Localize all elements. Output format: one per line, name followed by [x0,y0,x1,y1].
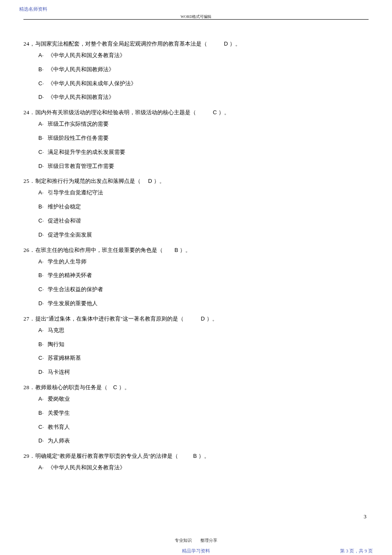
content-area: 24，与国家宪法相配套，对整个教育全局起宏观调控作用的教育基本法是（D）。 A·… [23,38,369,477]
question-block: 28．教师最核心的职责与任务是（C）。 A·爱岗敬业 B·关爱学生 C·教书育人… [23,382,369,445]
option-label: B· [38,202,48,211]
option-text: 《中华人民共和国义务教育法》 [48,464,125,471]
option-label: D· [38,231,48,240]
option-item: D·班级日常教育管理工作需要 [38,162,369,171]
option-item: D·为人师表 [38,436,369,445]
question-block: 27．提出"通过集体，在集体中进行教育"这一著名教育原则的是（D）。 A·马克思… [23,313,369,377]
question-tail: ）。 [180,247,191,253]
question-text: 教师最核心的职责与任务是（ [35,384,107,390]
question-stem: 29．明确规定"教师是履行教育教学职责的专业人员"的法律是（B）。 [23,451,369,462]
option-item: D·学生发展的重要他人 [38,299,369,308]
option-text: 苏霍姆林斯基 [48,355,81,361]
option-text: 爱岗敬业 [48,396,70,402]
option-label: C· [38,79,48,88]
question-number: 28． [23,382,35,393]
question-tail: ）。 [154,178,165,184]
question-text: 制定和推行行为规范的出发点和落脚点是（ [35,178,141,184]
option-item: A·学生的人生导师 [38,257,369,266]
option-item: C·促进社会和谐 [38,217,369,225]
option-label: C· [38,217,48,225]
option-text: 《中华人民共和国教育法》 [48,94,114,100]
option-label: D· [38,436,48,445]
option-item: C·满足和提升学生的成长发展需要 [38,148,369,157]
question-stem: 26．在班主任的地位和作用中，班主任最重要的角色是（B）。 [23,245,369,256]
footer-page-label: 第 3 页，共 9 页 [340,548,373,554]
question-stem: 25．制定和推行行为规范的出发点和落脚点是（D）。 [23,176,369,187]
options-list: A·《中华人民共和国义务教育法》 [23,463,369,472]
footer-line-2: 精品学习资料 [0,548,392,554]
option-text: 学生的人生导师 [48,258,86,265]
answer-letter: D [148,176,152,187]
option-label: D· [38,299,48,308]
option-item: C·《中华人民共和国未成年人保护法》 [38,79,369,88]
option-item: A·马克思 [38,326,369,335]
answer-letter: B [193,451,197,462]
question-number: 24， [23,38,35,49]
question-text: 明确规定"教师是履行教育教学职责的专业人员"的法律是（ [35,453,179,459]
option-item: D·马卡连柯 [38,368,369,377]
option-label: D· [38,368,48,377]
option-item: A·爱岗敬业 [38,395,369,404]
question-number: 25． [23,176,35,187]
option-label: B· [38,409,48,418]
options-list: A·引导学生自觉遵纪守法 B·维护社会稳定 C·促进社会和谐 D·促进学生全面发… [23,188,369,239]
option-item: C·学生合法权益的保护者 [38,285,369,294]
option-label: A· [38,51,48,60]
option-label: A· [38,395,48,404]
option-text: 学生合法权益的保护者 [48,286,103,292]
option-text: 维护社会稳定 [48,203,81,210]
option-text: 学生发展的重要他人 [48,300,98,306]
option-text: 陶行知 [48,341,64,347]
question-number: 27． [23,313,35,324]
option-item: C·苏霍姆林斯基 [38,354,369,363]
option-text: 引导学生自觉遵纪守法 [48,189,103,196]
option-label: D· [38,162,48,171]
question-tail: ）。 [207,315,218,322]
option-text: 班级日常教育管理工作需要 [48,163,114,169]
answer-letter: C [113,382,117,393]
option-text: 马卡连柯 [48,369,70,375]
option-text: 马克思 [48,327,64,333]
question-stem: 24．国内外有关班级活动的理论和经验表明，班级活动的核心主题是（C）。 [23,107,369,118]
page-number: 3 [364,513,367,520]
options-list: A·学生的人生导师 B·学生的精神关怀者 C·学生合法权益的保护者 D·学生发展… [23,257,369,308]
option-item: B·陶行知 [38,340,369,349]
question-number: 24． [23,107,35,118]
option-item: A·引导学生自觉遵纪守法 [38,188,369,197]
option-label: C· [38,148,48,157]
question-tail: ）。 [230,40,241,47]
option-item: A·班级工作实际情况的需要 [38,120,369,129]
option-text: 关爱学生 [48,410,70,416]
question-text: 提出"通过集体，在集体中进行教育"这一著名教育原则的是（ [35,315,184,322]
option-text: 教书育人 [48,424,70,430]
answer-letter: D [201,313,205,324]
option-label: B· [38,134,48,143]
option-label: C· [38,354,48,363]
question-number: 29． [23,451,35,462]
question-block: 24．国内外有关班级活动的理论和经验表明，班级活动的核心主题是（C）。 A·班级… [23,107,369,171]
question-stem: 28．教师最核心的职责与任务是（C）。 [23,382,369,393]
option-label: A· [38,120,48,129]
options-list: A·马克思 B·陶行知 C·苏霍姆林斯基 D·马卡连柯 [23,326,369,377]
answer-letter: B [175,245,179,256]
option-label: A· [38,188,48,197]
option-item: A·《中华人民共和国义务教育法》 [38,463,369,472]
question-block: 29．明确规定"教师是履行教育教学职责的专业人员"的法律是（B）。 A·《中华人… [23,451,369,472]
option-text: 《中华人民共和国义务教育法》 [48,52,125,58]
option-text: 《中华人民共和国未成年人保护法》 [48,80,136,87]
option-label: C· [38,285,48,294]
options-list: A·班级工作实际情况的需要 B·班级阶段性工作任务需要 C·满足和提升学生的成长… [23,120,369,171]
question-text: 在班主任的地位和作用中，班主任最重要的角色是（ [35,247,163,253]
option-item: C·教书育人 [38,423,369,432]
option-text: 《中华人民共和国教师法》 [48,66,114,72]
question-text: 与国家宪法相配套，对整个教育全局起宏观调控作用的教育基本法是（ [35,40,207,47]
question-block: 24，与国家宪法相配套，对整个教育全局起宏观调控作用的教育基本法是（D）。 A·… [23,38,369,102]
option-text: 班级工作实际情况的需要 [48,121,109,127]
question-tail: ）。 [199,453,210,459]
question-stem: 24，与国家宪法相配套，对整个教育全局起宏观调控作用的教育基本法是（D）。 [23,38,369,49]
option-item: B·班级阶段性工作任务需要 [38,134,369,143]
option-item: B·关爱学生 [38,409,369,418]
option-text: 促进社会和谐 [48,217,81,224]
top-label: 精选名师资料 [19,6,47,12]
question-tail: ）。 [219,109,230,116]
